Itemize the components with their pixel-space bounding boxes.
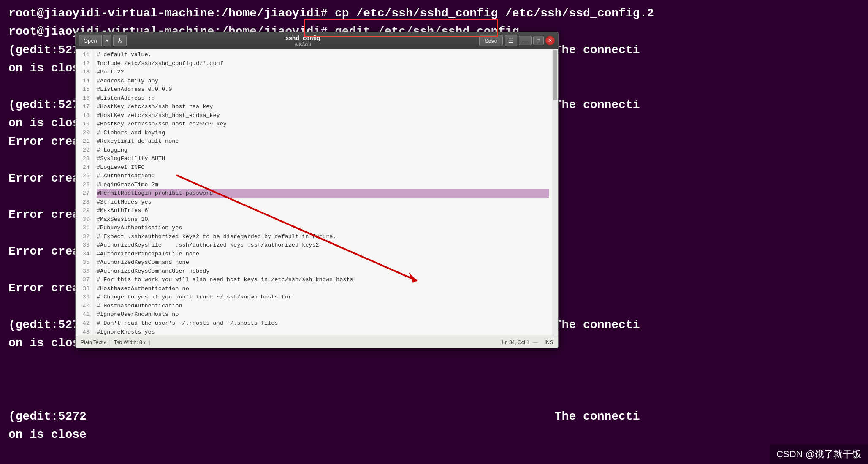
code-line: # HostbasedAuthentication [97,302,549,311]
code-line: #ListenAddress 0.0.0.0 [97,85,549,94]
code-line: # Authentication: [97,172,549,181]
line-number: 41 [81,310,90,319]
gedit-content: 1112131415161718192021222324252627282930… [76,49,558,336]
code-line: #AddressFamily any [97,77,549,86]
line-number: 14 [81,77,90,86]
gedit-title-center: sshd_config /etc/ssh [127,35,479,46]
status-tab-width[interactable]: Tab Width: 8 ▾ [114,339,146,345]
tab-width-label: Tab Width: 8 [114,339,142,345]
code-line: # Expect .ssh/authorized_keys2 to be dis… [97,233,549,241]
code-line: #PubkeyAuthentication yes [97,224,549,233]
code-line: # Ciphers and keying [97,129,549,138]
code-line: #IgnoreUserKnownHosts no [97,310,549,319]
line-number: 39 [81,293,90,302]
line-number: 25 [81,172,90,181]
line-number: 42 [81,319,90,328]
code-line: #SyslogFacility AUTH [97,155,549,163]
save-location-button[interactable] [113,35,127,46]
code-line: #MaxSessions 10 [97,215,549,224]
gedit-titlebar: Open ▾ sshd_config /etc/ssh Save ☰ — □ ✕ [76,32,558,49]
code-line: #PermitRootLogin prohibit-password [97,189,549,198]
line-number: 28 [81,198,90,207]
gedit-title-sub: /etc/ssh [127,41,479,46]
line-number: 34 [81,250,90,259]
code-line: #AuthorizedKeysCommand none [97,258,549,267]
line-number: 31 [81,224,90,233]
code-line: #Port 22 [97,68,549,77]
status-ins: INS [545,339,553,345]
code-line: #IgnoreRhosts yes [97,328,549,336]
line-number: 35 [81,258,90,267]
status-ln-col: Ln 34, Col 1 [502,339,529,345]
menu-button[interactable]: ☰ [505,35,517,46]
scrollbar[interactable] [552,49,558,336]
line-number: 23 [81,155,90,163]
line-number: 37 [81,276,90,285]
gedit-title-main: sshd_config [127,35,479,41]
csdn-watermark: CSDN @饿了就干饭 [770,445,868,464]
code-line: #HostKey /etc/ssh/ssh_host_rsa_key [97,103,549,111]
plain-text-arrow: ▾ [103,339,106,345]
code-line: #ListenAddress :: [97,94,549,103]
code-line: #MaxAuthTries 6 [97,206,549,215]
code-line: #HostKey /etc/ssh/ssh_host_ecdsa_key [97,111,549,120]
gedit-toolbar: Open ▾ [79,35,127,46]
line-number: 19 [81,120,90,129]
line-number: 29 [81,206,90,215]
gedit-window-controls: Save ☰ — □ ✕ [479,35,555,46]
code-line: # Change to yes if you don't trust ~/.ss… [97,293,549,302]
close-button[interactable]: ✕ [545,36,555,45]
code-line: #LoginGraceTime 2m [97,181,549,190]
line-number: 17 [81,103,90,111]
code-line: # default value. [97,51,549,60]
line-number: 18 [81,111,90,120]
status-separator-2: | [149,339,150,345]
open-dropdown-button[interactable]: ▾ [103,35,111,46]
code-line: #HostKey /etc/ssh/ssh_host_ed25519_key [97,120,549,129]
line-number: 16 [81,94,90,103]
code-line: #AuthorizedKeysFile .ssh/authorized_keys… [97,241,549,250]
gedit-statusbar: Plain Text ▾ | Tab Width: 8 ▾ | Ln 34, C… [76,336,558,348]
scrollbar-thumb[interactable] [553,50,557,100]
code-line: #HostbasedAuthentication no [97,285,549,293]
line-number: 11 [81,51,90,60]
line-number: 24 [81,163,90,172]
line-number: 43 [81,328,90,336]
line-number: 26 [81,181,90,190]
code-line: #StrictModes yes [97,198,549,207]
code-line: #LogLevel INFO [97,163,549,172]
status-separator-3: — [533,339,538,345]
line-number: 27 [81,189,90,198]
code-line: # Don't read the user's ~/.rhosts and ~/… [97,319,549,328]
code-line: #AuthorizedKeysCommandUser nobody [97,267,549,276]
line-number: 22 [81,146,90,155]
line-numbers: 1112131415161718192021222324252627282930… [76,49,93,336]
gedit-window: Open ▾ sshd_config /etc/ssh Save ☰ — □ ✕… [75,32,559,348]
line-number: 40 [81,302,90,311]
code-line: # For this to work you will also need ho… [97,276,549,285]
pin-icon [117,38,123,43]
code-line: # Logging [97,146,549,155]
line-number: 20 [81,129,90,138]
line-number: 32 [81,233,90,241]
minimize-button[interactable]: — [519,36,532,45]
code-line: #RekeyLimit default none [97,137,549,146]
line-number: 21 [81,137,90,146]
status-plain-text[interactable]: Plain Text ▾ [81,339,106,345]
maximize-button[interactable]: □ [533,36,544,45]
code-area[interactable]: # default value.Include /etc/ssh/sshd_co… [93,49,552,336]
open-button[interactable]: Open [79,35,102,46]
line-number: 15 [81,85,90,94]
status-separator-1: | [109,339,111,345]
save-button[interactable]: Save [479,35,503,46]
line-number: 12 [81,60,90,68]
line-number: 33 [81,241,90,250]
tab-width-arrow: ▾ [143,339,146,345]
line-number: 38 [81,285,90,293]
plain-text-label: Plain Text [81,339,103,345]
line-number: 36 [81,267,90,276]
code-line: Include /etc/ssh/sshd_config.d/*.conf [97,60,549,68]
line-number: 30 [81,215,90,224]
code-line: #AuthorizedPrincipalsFile none [97,250,549,259]
line-number: 13 [81,68,90,77]
